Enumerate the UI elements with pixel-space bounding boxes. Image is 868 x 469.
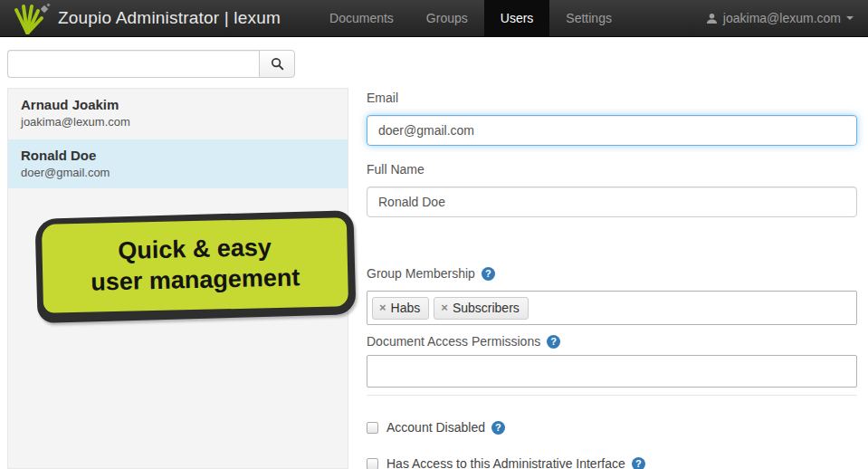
account-disabled-checkbox[interactable]: [367, 422, 378, 434]
brand[interactable]: Zoupio Administrator | lexum: [0, 0, 290, 36]
account-disabled-label-text: Account Disabled: [386, 420, 485, 435]
group-tag-label: Habs: [391, 301, 421, 315]
user-search: [7, 50, 295, 78]
group-membership-label-text: Group Membership: [367, 266, 475, 281]
help-icon[interactable]: ?: [632, 457, 645, 469]
form-divider: [367, 395, 857, 396]
nav-item-documents[interactable]: Documents: [313, 0, 410, 36]
user-name: Arnaud Joakim: [21, 97, 335, 112]
top-navbar: Zoupio Administrator | lexum Documents G…: [0, 0, 868, 37]
user-email: doer@gmail.com: [21, 166, 335, 179]
help-icon[interactable]: ?: [491, 421, 505, 435]
admin-access-row: Has Access to this Administrative Interf…: [367, 456, 857, 469]
group-tag: × Subscribers: [434, 297, 529, 320]
callout-body: Quick & easy user management: [42, 217, 348, 313]
user-list-item-selected[interactable]: Ronald Doe doer@gmail.com: [8, 139, 348, 188]
main-nav: Documents Groups Users Settings: [313, 0, 628, 36]
zoupio-logo-icon: [13, 3, 51, 35]
group-tag-label: Subscribers: [453, 301, 520, 315]
help-icon[interactable]: ?: [482, 267, 495, 281]
callout-text-line1: Quick & easy: [118, 233, 272, 267]
group-membership-field[interactable]: × Habs × Subscribers: [367, 291, 857, 325]
search-button[interactable]: [259, 50, 295, 78]
person-icon: [706, 13, 718, 24]
email-label: Email: [367, 91, 857, 105]
group-membership-label: Group Membership ?: [367, 266, 857, 281]
full-name-field[interactable]: [367, 187, 857, 217]
email-field[interactable]: [367, 115, 857, 146]
callout-text-line2: user management: [91, 263, 300, 298]
account-disabled-label[interactable]: Account Disabled ?: [386, 420, 505, 435]
admin-access-checkbox[interactable]: [367, 458, 378, 469]
doc-access-label-text: Document Access Permissions: [367, 334, 540, 349]
admin-access-label-text: Has Access to this Administrative Interf…: [386, 456, 625, 469]
nav-item-settings[interactable]: Settings: [549, 0, 628, 36]
user-name: Ronald Doe: [21, 148, 335, 163]
help-icon[interactable]: ?: [547, 335, 560, 349]
marketing-callout: Quick & easy user management: [34, 210, 356, 323]
brand-title: Zoupio Administrator | lexum: [58, 8, 281, 28]
full-name-label: Full Name: [367, 162, 857, 177]
chevron-down-icon: [846, 16, 854, 20]
nav-item-users[interactable]: Users: [484, 0, 550, 36]
account-menu[interactable]: joakima@lexum.com: [706, 11, 854, 25]
nav-item-groups[interactable]: Groups: [410, 0, 484, 36]
doc-access-label: Document Access Permissions ?: [367, 334, 857, 349]
navbar-right: joakima@lexum.com: [706, 0, 868, 36]
remove-tag-icon[interactable]: ×: [441, 302, 448, 313]
user-list-item[interactable]: Arnaud Joakim joakima@lexum.com: [8, 89, 348, 138]
user-detail-form: Email Full Name Group Membership ? × Hab…: [367, 91, 857, 469]
account-disabled-row: Account Disabled ?: [367, 420, 857, 435]
doc-access-field[interactable]: [367, 355, 857, 388]
remove-tag-icon[interactable]: ×: [379, 302, 386, 313]
user-email: joakima@lexum.com: [21, 115, 335, 129]
search-input[interactable]: [7, 50, 259, 78]
search-icon: [271, 57, 284, 71]
admin-access-label[interactable]: Has Access to this Administrative Interf…: [386, 456, 645, 469]
group-tag: × Habs: [372, 297, 429, 320]
account-email: joakima@lexum.com: [723, 11, 841, 25]
